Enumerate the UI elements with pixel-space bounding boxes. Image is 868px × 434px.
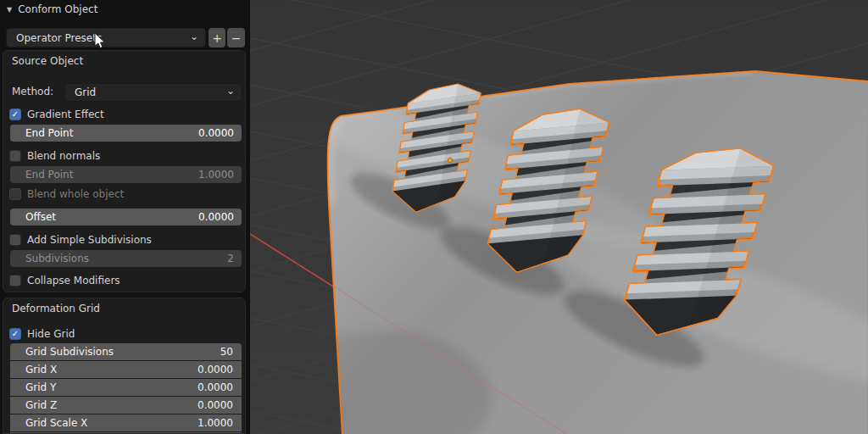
end-point-value: 0.0000: [198, 127, 234, 139]
subdivisions-value: 2: [227, 253, 234, 264]
grid-z-field[interactable]: Grid Z 0.0000: [10, 397, 242, 414]
grid-x-field[interactable]: Grid X 0.0000: [10, 361, 242, 378]
grid-scale-x-label: Grid Scale X: [25, 417, 87, 429]
source-object-section: Source Object Method: Grid ⌄ ✓ Gradient …: [3, 50, 246, 292]
grid-scale-x-field[interactable]: Grid Scale X 1.0000: [10, 415, 242, 431]
gradient-effect-label[interactable]: Gradient Effect: [27, 108, 104, 120]
operator-presets-label: Operator Presets: [16, 32, 102, 44]
deformation-grid-title: Deformation Grid: [12, 303, 100, 314]
grid-z-value: 0.0000: [198, 399, 233, 411]
check-icon: ✓: [12, 330, 19, 338]
blend-whole-object-label: Blend whole object: [27, 188, 124, 200]
method-value: Grid: [75, 86, 96, 98]
grid-x-value: 0.0000: [198, 364, 233, 376]
end-point-disabled-slider: End Point 1.0000: [10, 166, 242, 183]
grid-z-label: Grid Z: [25, 399, 57, 411]
end-point-slider[interactable]: End Point 0.0000: [10, 125, 242, 142]
check-icon: ✓: [12, 110, 19, 119]
end-point-label: End Point: [25, 127, 73, 139]
end-point-disabled-value: 1.0000: [198, 169, 234, 181]
collapse-triangle-icon[interactable]: ▼: [7, 6, 12, 14]
offset-value: 0.0000: [198, 211, 234, 223]
grid-subdivisions-field[interactable]: Grid Subdivisions 50: [10, 343, 242, 360]
object-origin-dot: [448, 158, 452, 162]
add-preset-button[interactable]: +: [209, 28, 225, 47]
grid-subdivisions-label: Grid Subdivisions: [25, 346, 114, 358]
blend-normals-label[interactable]: Blend normals: [27, 150, 100, 162]
subdivisions-label: Subdivisions: [25, 253, 89, 264]
source-object-title: Source Object: [12, 55, 83, 67]
blend-normals-checkbox[interactable]: [9, 150, 21, 162]
method-label: Method:: [12, 86, 53, 97]
add-simple-subdivisions-checkbox[interactable]: [9, 234, 21, 246]
collapse-modifiers-label[interactable]: Collapse Modifiers: [27, 275, 120, 287]
panel-title: Conform Object: [18, 3, 97, 15]
blender-window: ▼ Conform Object Operator Presets ⌄ + − …: [0, 0, 868, 434]
operator-panel: ▼ Conform Object Operator Presets ⌄ + − …: [0, 0, 250, 434]
gradient-effect-checkbox[interactable]: ✓: [9, 108, 21, 120]
offset-label: Offset: [25, 211, 56, 223]
viewport-canvas[interactable]: [250, 0, 868, 434]
end-point-disabled-label: End Point: [25, 169, 73, 181]
add-simple-subdivisions-label[interactable]: Add Simple Subdivisions: [27, 234, 152, 246]
grid-y-field[interactable]: Grid Y 0.0000: [10, 379, 242, 396]
grid-subdivisions-value: 50: [220, 346, 233, 358]
minus-icon: −: [231, 31, 242, 45]
deformation-grid-section: Deformation Grid ✓ Hide Grid Grid Subdiv…: [3, 298, 246, 434]
panel-header[interactable]: ▼ Conform Object: [7, 3, 97, 15]
collapse-modifiers-checkbox[interactable]: [9, 275, 21, 287]
grid-scale-x-value: 1.0000: [198, 417, 233, 429]
remove-preset-button[interactable]: −: [227, 28, 245, 47]
subdivisions-slider: Subdivisions 2: [10, 250, 242, 267]
plus-icon: +: [212, 31, 222, 45]
chevron-down-icon: ⌄: [226, 86, 235, 96]
hide-grid-label[interactable]: Hide Grid: [27, 328, 75, 340]
method-dropdown[interactable]: Grid ⌄: [64, 83, 242, 102]
grid-y-value: 0.0000: [198, 381, 233, 393]
operator-presets-dropdown[interactable]: Operator Presets ⌄: [6, 28, 206, 47]
grid-y-label: Grid Y: [25, 381, 56, 393]
offset-slider[interactable]: Offset 0.0000: [10, 209, 242, 225]
blend-whole-object-checkbox: [9, 188, 21, 200]
3d-viewport[interactable]: [250, 0, 868, 434]
chevron-down-icon: ⌄: [190, 31, 198, 42]
grid-x-label: Grid X: [25, 364, 57, 376]
hide-grid-checkbox[interactable]: ✓: [9, 328, 21, 340]
